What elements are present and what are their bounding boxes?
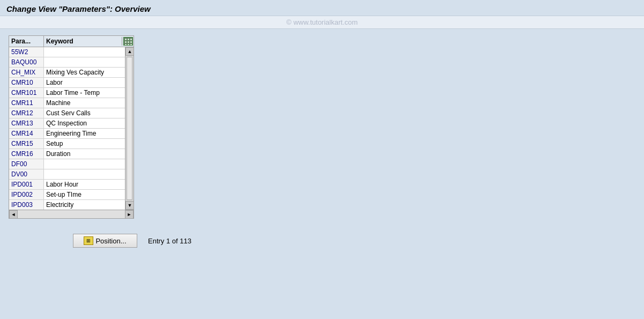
scroll-right-button[interactable]: ► — [125, 210, 134, 219]
table-row[interactable]: CMR16Duration — [9, 149, 125, 159]
table-row[interactable]: BAQU00 — [9, 57, 125, 68]
cell-para: IPD003 — [9, 200, 44, 210]
vertical-scrollbar[interactable]: ▲ ▼ — [125, 47, 134, 210]
table-row[interactable]: IPD001Labor Hour — [9, 180, 125, 190]
col-para-header: Para... — [9, 36, 44, 47]
table-header: Para... Keyword — [9, 36, 134, 47]
table-row[interactable]: IPD002Set-up TIme — [9, 190, 125, 200]
cell-keyword: Set-up TIme — [44, 190, 125, 199]
cell-keyword: Labor — [44, 78, 125, 87]
horizontal-scrollbar: ◄ ► — [9, 210, 134, 218]
position-button-icon: ⊞ — [84, 236, 93, 245]
cell-keyword: Cust Serv Calls — [44, 108, 125, 118]
table-row[interactable]: DF00 — [9, 159, 125, 169]
cell-keyword: Labor Hour — [44, 180, 125, 189]
cell-keyword — [44, 57, 125, 67]
cell-para: IPD002 — [9, 190, 44, 199]
cell-para: CMR101 — [9, 88, 44, 98]
cell-para: CMR14 — [9, 129, 44, 138]
title-bar: Change View "Parameters": Overview — [0, 0, 644, 16]
cell-para: BAQU00 — [9, 57, 44, 67]
cell-keyword — [44, 159, 125, 169]
table-row[interactable]: CMR10Labor — [9, 78, 125, 88]
cell-para: IPD001 — [9, 180, 44, 189]
table-row[interactable]: CMR14Engineering Time — [9, 129, 125, 139]
table-row[interactable]: CMR12Cust Serv Calls — [9, 108, 125, 118]
watermark-bar: © www.tutorialkart.com — [0, 16, 644, 29]
table-row[interactable]: CMR15Setup — [9, 139, 125, 149]
table-row[interactable]: DV00 — [9, 169, 125, 180]
watermark-text: © www.tutorialkart.com — [286, 18, 358, 26]
scroll-thumb[interactable] — [127, 57, 132, 200]
page-wrapper: Change View "Parameters": Overview © www… — [0, 0, 644, 319]
cell-keyword: Engineering Time — [44, 129, 125, 138]
cell-keyword: QC Inspection — [44, 118, 125, 128]
position-button-label: Position... — [95, 237, 126, 245]
cell-para: 55W2 — [9, 47, 44, 57]
cell-keyword: Labor Time - Temp — [44, 88, 125, 98]
table-row[interactable]: 55W2 — [9, 47, 125, 57]
table-row[interactable]: CMR11Machine — [9, 98, 125, 108]
table-row[interactable]: CH_MIXMixing Ves Capacity — [9, 68, 125, 78]
scroll-down-button[interactable]: ▼ — [125, 201, 134, 210]
cell-keyword: Mixing Ves Capacity — [44, 68, 125, 77]
entry-info: Entry 1 of 113 — [148, 237, 191, 245]
footer-area: ⊞ Position... Entry 1 of 113 — [64, 225, 644, 256]
col-keyword-header: Keyword — [44, 36, 122, 47]
cell-keyword — [44, 169, 125, 179]
scroll-left-button[interactable]: ◄ — [9, 210, 18, 219]
cell-para: CH_MIX — [9, 68, 44, 77]
table-row[interactable]: CMR13QC Inspection — [9, 118, 125, 129]
scroll-h-track — [18, 210, 125, 218]
cell-para: CMR10 — [9, 78, 44, 87]
table-row[interactable]: IPD003Electricity — [9, 200, 125, 210]
cell-keyword — [44, 47, 125, 57]
cell-keyword: Electricity — [44, 200, 125, 210]
cell-keyword: Setup — [44, 139, 125, 149]
page-title: Change View "Parameters": Overview — [6, 4, 638, 13]
position-button[interactable]: ⊞ Position... — [73, 234, 137, 248]
table-body-wrapper: 55W2BAQU00CH_MIXMixing Ves CapacityCMR10… — [9, 47, 134, 210]
grid-settings-icon[interactable] — [122, 37, 134, 46]
grid-icon — [123, 37, 133, 46]
table-rows: 55W2BAQU00CH_MIXMixing Ves CapacityCMR10… — [9, 47, 125, 210]
cell-para: DV00 — [9, 169, 44, 179]
cell-para: CMR13 — [9, 118, 44, 128]
parameters-table: Para... Keyword 55W2BAQU00CH_MIXMixing V… — [9, 35, 134, 219]
cell-para: CMR16 — [9, 149, 44, 159]
cell-para: CMR11 — [9, 98, 44, 108]
content-area: Para... Keyword 55W2BAQU00CH_MIXMixing V… — [0, 29, 644, 225]
cell-keyword: Duration — [44, 149, 125, 159]
cell-para: CMR15 — [9, 139, 44, 149]
cell-keyword: Machine — [44, 98, 125, 108]
cell-para: CMR12 — [9, 108, 44, 118]
table-row[interactable]: CMR101Labor Time - Temp — [9, 88, 125, 98]
scroll-up-button[interactable]: ▲ — [125, 47, 134, 56]
cell-para: DF00 — [9, 159, 44, 169]
